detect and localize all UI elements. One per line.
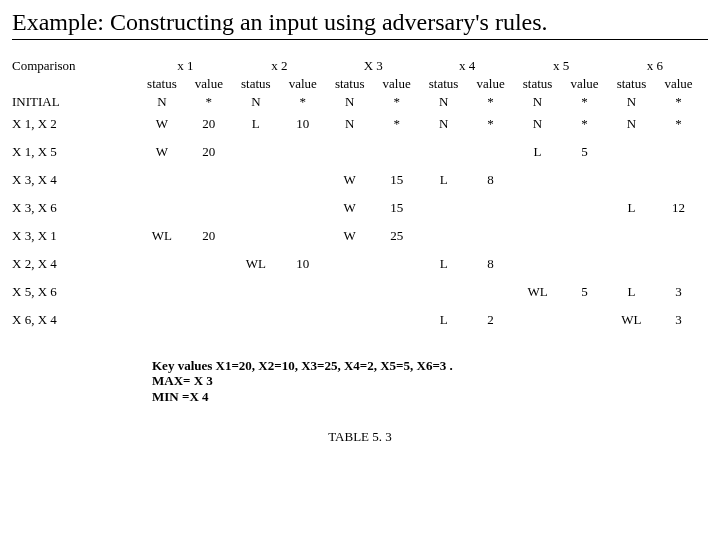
- initial-cell: *: [561, 92, 608, 110]
- cell: WL: [608, 306, 655, 334]
- cell: [467, 278, 514, 306]
- initial-cell: N: [608, 92, 655, 110]
- key-values-block: Key values X1=20, X2=10, X3=25, X4=2, X5…: [152, 358, 708, 405]
- cell: [185, 250, 232, 278]
- cell: [561, 250, 608, 278]
- sub-status: status: [608, 74, 655, 92]
- cell: [138, 306, 185, 334]
- table-header: Comparison x 1 x 2 X 3 x 4 x 5 x 6 statu…: [12, 56, 702, 110]
- cell: [279, 194, 326, 222]
- row-label: X 6, X 4: [12, 306, 138, 334]
- cell: [326, 278, 373, 306]
- cell: [467, 222, 514, 250]
- initial-cell: *: [279, 92, 326, 110]
- cell: [373, 306, 420, 334]
- cell: L: [420, 306, 467, 334]
- cell: [185, 166, 232, 194]
- cell: 20: [185, 222, 232, 250]
- cell: WL: [232, 250, 279, 278]
- table-row: X 2, X 4WL10L8: [12, 250, 702, 278]
- cell: *: [373, 110, 420, 138]
- cell: [373, 138, 420, 166]
- header-x2: x 2: [232, 56, 326, 74]
- cell: [185, 278, 232, 306]
- cell: [608, 250, 655, 278]
- cell: [514, 222, 561, 250]
- cell: [373, 250, 420, 278]
- sub-value: value: [655, 74, 702, 92]
- cell: 20: [185, 138, 232, 166]
- cell: [655, 138, 702, 166]
- initial-cell: N: [420, 92, 467, 110]
- table-row: X 1, X 5W20L5: [12, 138, 702, 166]
- cell: [467, 138, 514, 166]
- cell: [232, 222, 279, 250]
- table-row: X 1, X 2W20L10N*N*N*N*: [12, 110, 702, 138]
- min-line: MIN =X 4: [152, 389, 708, 405]
- adversary-table: Comparison x 1 x 2 X 3 x 4 x 5 x 6 statu…: [12, 56, 702, 334]
- cell: [655, 222, 702, 250]
- cell: 5: [561, 278, 608, 306]
- cell: L: [420, 166, 467, 194]
- cell: [326, 250, 373, 278]
- row-label: X 5, X 6: [12, 278, 138, 306]
- cell: [326, 306, 373, 334]
- sub-value: value: [185, 74, 232, 92]
- initial-cell: *: [655, 92, 702, 110]
- table-row: X 3, X 6W15L12: [12, 194, 702, 222]
- header-x1: x 1: [138, 56, 232, 74]
- cell: WL: [514, 278, 561, 306]
- cell: [420, 138, 467, 166]
- row-label: X 2, X 4: [12, 250, 138, 278]
- initial-cell: *: [373, 92, 420, 110]
- table-caption: TABLE 5. 3: [12, 429, 708, 445]
- row-label: X 3, X 4: [12, 166, 138, 194]
- cell: [467, 194, 514, 222]
- initial-cell: *: [185, 92, 232, 110]
- cell: [561, 166, 608, 194]
- cell: [561, 222, 608, 250]
- initial-cell: N: [514, 92, 561, 110]
- sub-status: status: [326, 74, 373, 92]
- cell: L: [608, 278, 655, 306]
- sub-status: status: [514, 74, 561, 92]
- cell: N: [514, 110, 561, 138]
- cell: N: [608, 110, 655, 138]
- cell: 5: [561, 138, 608, 166]
- sub-status: status: [232, 74, 279, 92]
- table-body: X 1, X 2W20L10N*N*N*N*X 1, X 5W20L5X 3, …: [12, 110, 702, 334]
- cell: 15: [373, 166, 420, 194]
- row-label: X 1, X 2: [12, 110, 138, 138]
- cell: 20: [185, 110, 232, 138]
- cell: W: [326, 222, 373, 250]
- cell: [232, 278, 279, 306]
- cell: 12: [655, 194, 702, 222]
- table-row: X 6, X 4L2WL3: [12, 306, 702, 334]
- header-comparison: Comparison: [12, 56, 138, 74]
- row-label: X 3, X 6: [12, 194, 138, 222]
- key-values-line: Key values X1=20, X2=10, X3=25, X4=2, X5…: [152, 358, 708, 374]
- cell: N: [326, 110, 373, 138]
- cell: 3: [655, 306, 702, 334]
- cell: [279, 278, 326, 306]
- cell: [279, 138, 326, 166]
- sub-value: value: [373, 74, 420, 92]
- cell: [608, 138, 655, 166]
- row-label: X 1, X 5: [12, 138, 138, 166]
- sub-status: status: [420, 74, 467, 92]
- cell: L: [514, 138, 561, 166]
- row-label: X 3, X 1: [12, 222, 138, 250]
- cell: [138, 278, 185, 306]
- cell: [514, 250, 561, 278]
- cell: L: [420, 250, 467, 278]
- cell: L: [608, 194, 655, 222]
- sub-value: value: [561, 74, 608, 92]
- cell: [514, 166, 561, 194]
- table-row: X 3, X 4W15L8: [12, 166, 702, 194]
- cell: [279, 306, 326, 334]
- table-row: X 3, X 1WL20W25: [12, 222, 702, 250]
- initial-cell: N: [232, 92, 279, 110]
- cell: *: [655, 110, 702, 138]
- cell: [655, 166, 702, 194]
- cell: L: [232, 110, 279, 138]
